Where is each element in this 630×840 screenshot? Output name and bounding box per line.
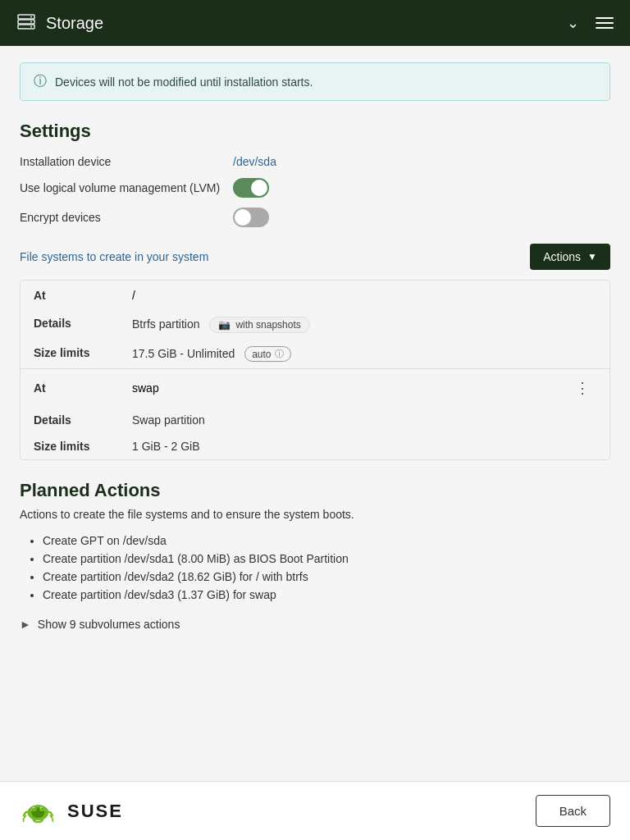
encrypt-row: Encrypt devices — [20, 208, 610, 227]
fs-header: File systems to create in your system Ac… — [20, 244, 610, 270]
back-button[interactable]: Back — [536, 795, 610, 827]
fs-root-at-label: At — [34, 289, 132, 302]
gecko-icon — [20, 798, 59, 824]
svg-point-12 — [34, 807, 34, 808]
installation-device-label: Installation device — [20, 155, 233, 168]
fs-swap-details-value: Swap partition — [132, 413, 596, 427]
encrypt-toggle[interactable] — [233, 208, 269, 227]
fs-entry-root: At / Details Btrfs partition 📷 with snap… — [21, 281, 609, 369]
suse-logo: SUSE — [20, 798, 123, 824]
settings-section: Settings Installation device /dev/sda Us… — [20, 121, 610, 227]
lvm-toggle-track — [233, 178, 269, 198]
subvolumes-chevron-icon: ► — [20, 618, 31, 631]
fs-swap-size-value: 1 GiB - 2 GiB — [132, 440, 596, 453]
fs-root-size-row: Size limits 17.5 GiB - Unlimited auto ⓘ — [21, 340, 609, 368]
svg-point-4 — [30, 21, 32, 22]
snapshots-badge: 📷 with snapshots — [209, 317, 309, 333]
encrypt-label: Encrypt devices — [20, 211, 233, 224]
info-icon: ⓘ — [34, 73, 47, 90]
fs-root-at-row: At / — [21, 281, 609, 310]
fs-root-details-label: Details — [34, 317, 132, 330]
list-item: Create partition /dev/sda1 (8.00 MiB) as… — [43, 552, 610, 565]
encrypt-toggle-thumb — [235, 209, 251, 226]
auto-badge: auto ⓘ — [244, 346, 290, 362]
svg-point-13 — [41, 807, 42, 808]
fs-swap-menu-icon[interactable]: ⋮ — [568, 377, 596, 399]
actions-label: Actions — [543, 250, 581, 263]
snapshot-icon: 📷 — [218, 319, 231, 331]
svg-point-10 — [33, 806, 34, 808]
fs-swap-details-label: Details — [34, 413, 132, 427]
actions-chevron-icon: ▼ — [587, 251, 597, 262]
settings-title: Settings — [20, 121, 610, 142]
fs-entry-swap: At swap ⋮ Details Swap partition Size li… — [21, 369, 609, 459]
planned-actions-desc: Actions to create the file systems and t… — [20, 508, 610, 521]
fs-root-size-label: Size limits — [34, 346, 132, 359]
fs-swap-at-row: At swap ⋮ — [21, 369, 609, 407]
fs-swap-at-label: At — [34, 381, 132, 395]
filesystems-table: At / Details Btrfs partition 📷 with snap… — [20, 280, 610, 460]
auto-badge-text: auto — [252, 349, 271, 360]
list-item: Create partition /dev/sda2 (18.62 GiB) f… — [43, 570, 610, 583]
chevron-down-icon[interactable]: ⌄ — [567, 14, 579, 32]
auto-info-icon: ⓘ — [275, 348, 284, 360]
lvm-toggle[interactable] — [233, 178, 269, 198]
fs-swap-size-row: Size limits 1 GiB - 2 GiB — [21, 433, 609, 459]
planned-actions-section: Planned Actions Actions to create the fi… — [20, 480, 610, 634]
svg-point-5 — [30, 25, 32, 27]
encrypt-toggle-track — [233, 208, 269, 227]
lvm-label: Use logical volume management (LVM) — [20, 181, 233, 194]
hamburger-menu[interactable] — [596, 17, 614, 29]
main-content: ⓘ Devices will not be modified until ins… — [0, 46, 630, 781]
planned-actions-list: Create GPT on /dev/sda Create partition … — [20, 534, 610, 601]
info-banner: ⓘ Devices will not be modified until ins… — [20, 62, 610, 101]
lvm-toggle-thumb — [251, 180, 267, 196]
actions-button[interactable]: Actions ▼ — [530, 244, 610, 270]
fs-root-details-row: Details Btrfs partition 📷 with snapshots — [21, 310, 609, 340]
app-header: Storage ⌄ — [0, 0, 630, 46]
fs-root-at-value: / — [132, 289, 596, 302]
banner-text: Devices will not be modified until insta… — [55, 75, 313, 89]
filesystems-section: File systems to create in your system Ac… — [20, 244, 610, 460]
subvolumes-label: Show 9 subvolumes actions — [38, 618, 180, 631]
fs-swap-details-row: Details Swap partition — [21, 407, 609, 433]
subvolumes-row[interactable]: ► Show 9 subvolumes actions — [20, 614, 610, 634]
list-item: Create partition /dev/sda3 (1.37 GiB) fo… — [43, 588, 610, 601]
storage-icon — [16, 11, 36, 35]
suse-logo-text: SUSE — [67, 801, 123, 822]
fs-swap-at-value: swap — [132, 381, 568, 395]
lvm-row: Use logical volume management (LVM) — [20, 178, 610, 198]
fs-root-details-value: Btrfs partition 📷 with snapshots — [132, 317, 596, 333]
footer: SUSE Back — [0, 781, 630, 840]
page-title: Storage — [46, 14, 567, 33]
installation-device-value[interactable]: /dev/sda — [233, 155, 276, 168]
installation-device-row: Installation device /dev/sda — [20, 155, 610, 168]
list-item: Create GPT on /dev/sda — [43, 534, 610, 547]
planned-actions-title: Planned Actions — [20, 480, 610, 501]
svg-point-3 — [30, 16, 32, 17]
snapshots-badge-text: with snapshots — [235, 319, 300, 331]
fs-swap-size-label: Size limits — [34, 440, 132, 453]
svg-point-11 — [40, 806, 42, 808]
fs-root-size-value: 17.5 GiB - Unlimited auto ⓘ — [132, 346, 596, 362]
fs-section-title: File systems to create in your system — [20, 250, 208, 263]
